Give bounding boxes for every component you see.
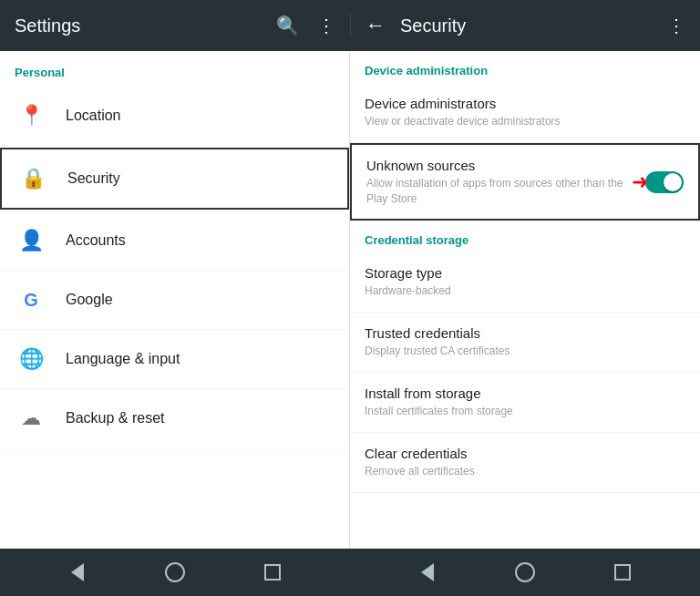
- bottom-nav-left: [0, 549, 350, 596]
- right-panel: Device administration Device administrat…: [350, 51, 700, 549]
- backup-label: Backup & reset: [66, 410, 165, 426]
- nav-back-left[interactable]: [57, 552, 98, 592]
- personal-section-header: Personal: [0, 51, 349, 87]
- security-icon: 🔒: [16, 162, 49, 195]
- accounts-label: Accounts: [66, 232, 126, 249]
- toolbar-right: ← Security ⋮: [350, 14, 700, 37]
- storage-type-title: Storage type: [365, 265, 685, 281]
- device-admin-subtitle: View or deactivate device administrators: [365, 114, 685, 129]
- nav-home-right[interactable]: [505, 552, 545, 592]
- trusted-credentials-subtitle: Display trusted CA certificates: [365, 344, 685, 359]
- nav-home-left[interactable]: [155, 552, 195, 592]
- more-options-icon[interactable]: ⋮: [317, 15, 335, 36]
- clear-credentials-subtitle: Remove all certificates: [365, 464, 685, 479]
- sidebar-item-google[interactable]: G Google: [0, 271, 349, 330]
- device-admin-title: Device administrators: [365, 96, 685, 111]
- toolbar-icons: 🔍 ⋮: [276, 15, 335, 36]
- settings-title: Settings: [15, 15, 276, 36]
- device-admin-header: Device administration: [350, 51, 700, 83]
- clear-credentials-title: Clear credentials: [365, 446, 685, 461]
- trusted-credentials-title: Trusted credentials: [365, 325, 685, 341]
- main-content: Personal 📍 Location 🔒 Security 👤 Account…: [0, 51, 700, 549]
- security-title: Security: [400, 15, 667, 36]
- sidebar-item-backup[interactable]: ☁ Backup & reset: [0, 389, 349, 448]
- search-icon[interactable]: 🔍: [276, 15, 299, 36]
- toolbar-left: Settings 🔍 ⋮: [0, 15, 350, 36]
- clear-credentials-text: Clear credentials Remove all certificate…: [365, 446, 685, 479]
- storage-type-subtitle: Hardware-backed: [365, 283, 685, 299]
- unknown-sources-text: Unknown sources Allow installation of ap…: [366, 158, 634, 207]
- unknown-sources-item[interactable]: Unknown sources Allow installation of ap…: [350, 143, 700, 221]
- storage-type-item[interactable]: Storage type Hardware-backed: [350, 252, 700, 313]
- backup-icon: ☁: [15, 402, 47, 435]
- nav-recents-right[interactable]: [602, 552, 643, 592]
- trusted-credentials-item[interactable]: Trusted credentials Display trusted CA c…: [350, 313, 700, 373]
- unknown-sources-title: Unknown sources: [366, 158, 634, 173]
- toolbar: Settings 🔍 ⋮ ← Security ⋮: [0, 0, 700, 51]
- nav-back-right[interactable]: [407, 552, 448, 592]
- security-label: Security: [67, 170, 120, 187]
- install-storage-text: Install from storage Install certificate…: [365, 385, 685, 419]
- back-icon[interactable]: ←: [365, 14, 386, 37]
- sidebar-item-location[interactable]: 📍 Location: [0, 87, 349, 146]
- sidebar-item-accounts[interactable]: 👤 Accounts: [0, 211, 349, 271]
- location-icon: 📍: [15, 99, 47, 132]
- install-from-storage-item[interactable]: Install from storage Install certificate…: [350, 373, 700, 433]
- language-label: Language & input: [66, 351, 180, 367]
- location-label: Location: [66, 108, 121, 124]
- nav-recents-left[interactable]: [252, 552, 293, 592]
- security-more-icon[interactable]: ⋮: [667, 15, 685, 36]
- trusted-credentials-text: Trusted credentials Display trusted CA c…: [365, 325, 685, 359]
- accounts-icon: 👤: [15, 224, 47, 257]
- sidebar-item-language[interactable]: 🌐 Language & input: [0, 330, 349, 389]
- language-icon: 🌐: [15, 343, 47, 375]
- device-administrators-item[interactable]: Device administrators View or deactivate…: [350, 83, 700, 143]
- bottom-nav: [0, 549, 700, 596]
- clear-credentials-item[interactable]: Clear credentials Remove all certificate…: [350, 433, 700, 493]
- unknown-sources-toggle[interactable]: [645, 171, 684, 193]
- install-storage-title: Install from storage: [365, 385, 685, 401]
- install-storage-subtitle: Install certificates from storage: [365, 404, 685, 419]
- left-panel: Personal 📍 Location 🔒 Security 👤 Account…: [0, 51, 350, 549]
- unknown-sources-subtitle: Allow installation of apps from sources …: [366, 176, 634, 207]
- bottom-nav-right: [350, 549, 700, 596]
- google-icon: G: [15, 283, 47, 316]
- storage-type-text: Storage type Hardware-backed: [365, 265, 685, 299]
- credential-storage-header: Credential storage: [350, 221, 700, 252]
- google-label: Google: [66, 292, 113, 308]
- device-admin-text: Device administrators View or deactivate…: [365, 96, 685, 129]
- sidebar-item-security[interactable]: 🔒 Security: [0, 148, 349, 210]
